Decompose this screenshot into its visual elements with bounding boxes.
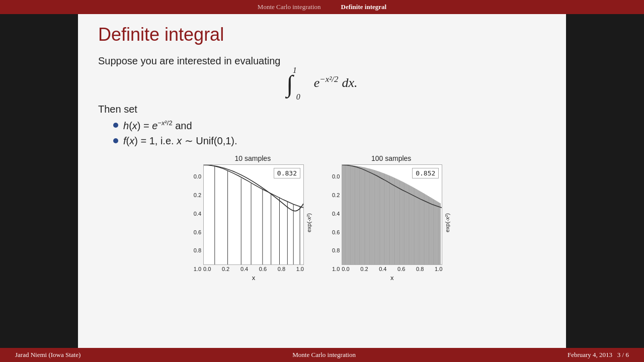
bottom-bar: Jarad Niemi (Iowa State) Monte Carlo int… (0, 348, 644, 362)
chart-100-x-label: x (390, 274, 394, 282)
chart-100-canvas: 0.852 (342, 164, 442, 265)
chart-100-samples: 100 samples 1.0 0.8 0.6 0.4 0.2 0.0 (332, 154, 450, 282)
slide-content: Definite integral Suppose you are intere… (78, 14, 566, 348)
bullet-text-2: f(x) = 1, i.e. x ∼ Unif(0,1). (123, 135, 237, 147)
slide-body: Suppose you are interested in evaluating… (78, 50, 566, 348)
chart-10-x-label: x (252, 274, 256, 282)
chart-10-samples: 10 samples 1.0 0.8 0.6 0.4 0.2 0.0 (194, 154, 312, 282)
chart-10-value: 0.832 (274, 168, 300, 178)
then-set-label: Then set (98, 104, 546, 115)
bottom-right: February 4, 2013 3 / 6 (568, 351, 629, 359)
integral-formula: ∫ 1 0 e−x²/2 dx. (98, 72, 546, 96)
bullet-dot-2 (113, 138, 118, 143)
nav-item-monte-carlo[interactable]: Monte Carlo integration (258, 3, 321, 11)
chart-10-canvas: 0.832 (203, 164, 304, 265)
chart-100-wrap: 1.0 0.8 0.6 0.4 0.2 0.0 (332, 164, 450, 282)
bullet-item-f: f(x) = 1, i.e. x ∼ Unif(0,1). (113, 135, 546, 147)
chart-10-wrap: 1.0 0.8 0.6 0.4 0.2 0.0 (194, 164, 312, 282)
chart-10-title: 10 samples (235, 154, 271, 162)
bullet-item-h: h(x) = e−x²/2 and (113, 119, 546, 132)
chart-100-value: 0.852 (412, 168, 439, 178)
bullet-text-1: h(x) = e−x²/2 and (123, 119, 192, 132)
charts-area: 10 samples 1.0 0.8 0.6 0.4 0.2 0.0 (98, 154, 546, 282)
top-navigation-bar: Monte Carlo integration Definite integra… (0, 0, 644, 14)
chart-100-y-axis: 1.0 0.8 0.6 0.4 0.2 0.0 (332, 172, 340, 273)
chart-100-y-label: exp(-x²) (444, 172, 450, 273)
chart-10-y-label: exp(-x²) (306, 172, 312, 273)
slide-title: Definite integral (98, 24, 546, 45)
bullet-dot-1 (113, 123, 118, 128)
intro-paragraph: Suppose you are interested in evaluating (98, 55, 546, 67)
nav-item-definite-integral[interactable]: Definite integral (341, 3, 387, 11)
chart-100-title: 100 samples (371, 154, 411, 162)
bottom-left: Jarad Niemi (Iowa State) (15, 351, 80, 359)
bullet-list: h(x) = e−x²/2 and f(x) = 1, i.e. x ∼ Uni… (98, 119, 546, 147)
chart-10-y-axis: 1.0 0.8 0.6 0.4 0.2 0.0 (194, 172, 201, 273)
chart-10-x-labels: 0.0 0.2 0.4 0.6 0.8 1.0 (203, 266, 304, 272)
slide-title-area: Definite integral (78, 14, 566, 50)
chart-100-x-labels: 0.0 0.2 0.4 0.6 0.8 1.0 (342, 266, 442, 272)
bottom-center: Monte Carlo integration (292, 351, 356, 359)
